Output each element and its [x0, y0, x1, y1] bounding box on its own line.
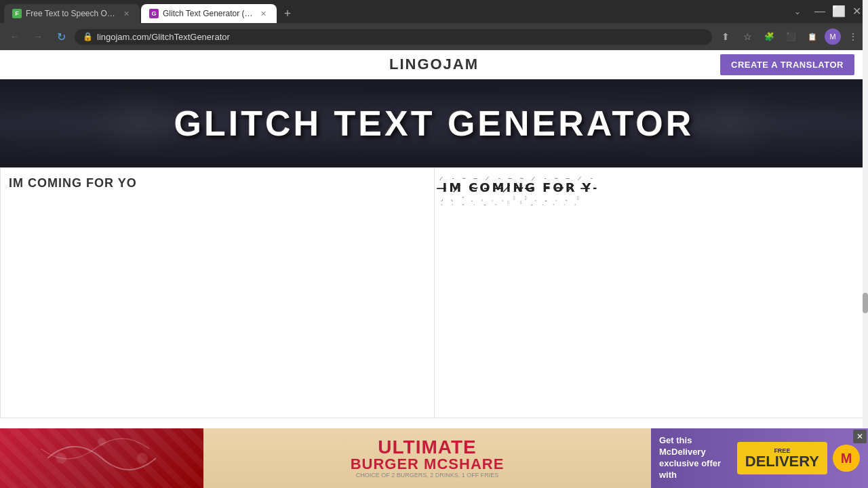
extensions-button[interactable]: 🧩 — [760, 27, 778, 46]
main-content: IM COMING FOR YO ̷ ̵ ̴ ̶ ̷ ̵ ̶ ̴ ̷ ̵ ̴ ̶… — [0, 167, 868, 418]
maximize-button[interactable]: ⬜ — [829, 6, 848, 17]
ad-right-text: Get this McDelivery exclusive offer with — [659, 435, 732, 481]
zalgo-top-row: ̷ ̵ ̴ ̶ ̷ ̵ ̶ ̴ ̷ ̵ ̴ ̶ ̷ ̵ — [443, 176, 860, 181]
url-text: lingojam.com/GlitchTextGenerator — [97, 32, 704, 42]
scroll-thumb — [863, 293, 868, 313]
mc-logo: M — [833, 445, 860, 472]
reload-button[interactable]: ↻ — [52, 27, 71, 46]
lock-icon: 🔒 — [83, 32, 93, 41]
chevron-down-icon[interactable]: ⌄ — [793, 7, 802, 16]
zalgo-bottom-row2: ̺ ̞ ͚ ͎ ̱ ͍ ͙ ͔ ̱ ̙ ͉ ͎ ͓ — [443, 201, 860, 205]
glitch-main-text: I̶M̷ C̴O̵M̶I̷N̴G̶ F̵O̴R̷ Y̶- — [443, 181, 860, 196]
ad-close-button[interactable]: ✕ — [853, 430, 867, 443]
create-translator-button[interactable]: CREATE A TRANSLATOR — [720, 54, 854, 75]
forward-button[interactable]: → — [28, 27, 47, 46]
sidebar-icon[interactable]: ⬛ — [781, 27, 800, 46]
tab2-close-icon[interactable]: ✕ — [258, 8, 269, 19]
ad-free-delivery-box: FREE DELIVERY — [737, 442, 827, 474]
ad-banner: ULTIMATE BURGER McSHARE CHOICE OF 2 BURG… — [0, 428, 868, 488]
tab1-close-icon[interactable]: ✕ — [121, 8, 132, 19]
ad-ultimate-text: ULTIMATE — [351, 438, 505, 457]
tab-bar: F Free Text to Speech Online with ✕ G Gl… — [0, 0, 868, 23]
profile-avatar[interactable]: M — [825, 28, 841, 45]
output-panel: ̷ ̵ ̴ ̶ ̷ ̵ ̶ ̴ ̷ ̵ ̴ ̶ ̷ ̵ I̶M̷ C̴O̵M̶I… — [434, 167, 869, 418]
menu-icon[interactable]: ⋮ — [844, 27, 863, 46]
tab1-title: Free Text to Speech Online with — [26, 9, 117, 18]
hero-banner: GLITCH TEXT GENERATOR — [0, 79, 868, 167]
back-button[interactable]: ← — [5, 27, 24, 46]
collections-icon[interactable]: 📋 — [803, 27, 822, 46]
website: LINGOJAM CREATE A TRANSLATOR GLITCH TEXT… — [0, 50, 868, 418]
address-actions: ⬆ ☆ 🧩 ⬛ 📋 M ⋮ — [716, 27, 863, 46]
glitch-output: ̷ ̵ ̴ ̶ ̷ ̵ ̶ ̴ ̷ ̵ ̴ ̶ ̷ ̵ I̶M̷ C̴O̵M̶I… — [443, 176, 860, 205]
new-tab-button[interactable]: + — [278, 4, 297, 23]
close-window-button[interactable]: ✕ — [850, 6, 864, 17]
ad-right-section[interactable]: Get this McDelivery exclusive offer with… — [651, 428, 868, 488]
share-icon[interactable]: ⬆ — [716, 27, 735, 46]
site-header: LINGOJAM CREATE A TRANSLATOR — [0, 50, 868, 79]
ad-left-pattern — [0, 428, 203, 488]
ad-center-section[interactable]: ULTIMATE BURGER McSHARE CHOICE OF 2 BURG… — [203, 428, 651, 488]
bookmark-icon[interactable]: ☆ — [738, 27, 757, 46]
hero-left-shadow — [87, 89, 189, 157]
ad-burger-text: BURGER McSHARE — [351, 457, 505, 472]
hero-title: GLITCH TEXT GENERATOR — [174, 103, 694, 144]
tab1-favicon-icon: F — [15, 10, 19, 17]
window-controls: ⌄ — ⬜ ✕ — [793, 6, 864, 21]
scrollbar[interactable] — [863, 0, 868, 488]
tab2-title: Glitch Text Generator (copy and — [163, 9, 254, 18]
glitch-text-display: ̷ ̵ ̴ ̶ ̷ ̵ ̶ ̴ ̷ ̵ ̴ ̶ ̷ ̵ I̶M̷ C̴O̵M̶I… — [443, 176, 860, 205]
tab-2[interactable]: G Glitch Text Generator (copy and ✕ — [141, 4, 277, 23]
tab2-favicon-icon: G — [151, 10, 156, 17]
address-bar[interactable]: 🔒 lingojam.com/GlitchTextGenerator — [75, 29, 712, 45]
browser-chrome: F Free Text to Speech Online with ✕ G Gl… — [0, 0, 868, 50]
input-panel: IM COMING FOR YO — [0, 167, 434, 418]
input-textarea[interactable]: IM COMING FOR YO — [9, 176, 426, 407]
tab-1[interactable]: F Free Text to Speech Online with ✕ — [4, 4, 140, 23]
minimize-button[interactable]: — — [812, 6, 828, 17]
ad-promo-text: Get this McDelivery exclusive offer with — [659, 435, 732, 481]
ad-delivery-text: DELIVERY — [745, 454, 819, 469]
site-logo: LINGOJAM — [389, 56, 479, 73]
ad-left-section — [0, 428, 203, 488]
address-bar-row: ← → ↻ 🔒 lingojam.com/GlitchTextGenerator… — [0, 23, 868, 50]
ad-subtitle-text: CHOICE OF 2 BURGERS, 2 DRINKS, 1 OFF FRI… — [351, 472, 505, 479]
hero-right-shadow — [679, 89, 781, 157]
ad-center-content: ULTIMATE BURGER McSHARE CHOICE OF 2 BURG… — [351, 438, 505, 479]
